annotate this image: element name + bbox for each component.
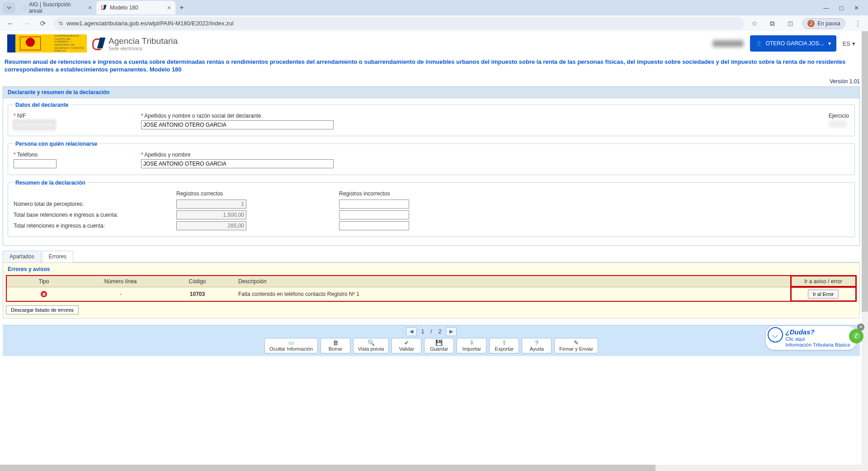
globe-icon: ◌ — [22, 5, 26, 11]
tab-dropdown[interactable] — [3, 2, 15, 13]
page-current: 1 — [420, 328, 426, 335]
export-icon: ⇧ — [502, 340, 507, 346]
footer-toolbar: ◀ 1 / 2 ▶ ▭Ocultar Información 🗑Borrar 🔍… — [3, 325, 860, 356]
page: VICEPRESIDENCIA CUARTA DEL GOBIERNO — MI… — [0, 31, 868, 471]
bookmark-icon[interactable]: ☆ — [748, 18, 760, 29]
col-incorrectos: Registros incorrectos — [339, 190, 411, 198]
nif-label: * NIF — [14, 113, 55, 119]
dudas-sub2: Información Tributaria Básica — [786, 342, 850, 347]
chevron-down-icon — [6, 5, 12, 10]
vertical-scrollbar[interactable] — [862, 31, 868, 471]
window-controls: ― ◻ ✕ — [823, 5, 865, 11]
error-row: ✖ - 10703 Falta contenido en teléfono co… — [6, 287, 856, 301]
fieldset-legend: Persona con quién relacionarse — [14, 141, 99, 147]
browser-tab-inactive[interactable]: ◌ AIG | Suscripción anual × — [17, 1, 96, 14]
horizontal-scrollbar[interactable] — [0, 465, 862, 471]
back-button[interactable]: ← — [5, 18, 16, 29]
th-goto: Ir a aviso / error — [791, 276, 856, 287]
new-tab-button[interactable]: + — [175, 1, 188, 14]
retenciones-incorrectos[interactable] — [339, 221, 409, 230]
kebab-menu-icon[interactable]: ⋮ — [852, 18, 863, 29]
trash-icon: 🗑 — [333, 340, 339, 346]
page-title: Resumen anual de retenciones e ingresos … — [1, 56, 862, 76]
borrar-button[interactable]: 🗑Borrar — [321, 338, 350, 353]
row-retenciones: Total retenciones e ingresos a cuenta: — [14, 223, 176, 229]
ayuda-button[interactable]: ?Ayuda — [522, 338, 552, 353]
phone-icon[interactable]: ✆ — [849, 329, 863, 343]
hide-icon: ▭ — [288, 340, 294, 346]
page-total: 2 — [437, 328, 443, 335]
tab-apartados[interactable]: Apartados — [3, 251, 41, 262]
th-codigo: Código — [160, 276, 235, 287]
fieldset-legend: Datos del declarante — [14, 102, 70, 108]
ocultar-button[interactable]: ▭Ocultar Información — [264, 338, 318, 353]
close-icon[interactable]: × — [88, 4, 92, 11]
exportar-button[interactable]: ⇧Exportar — [489, 338, 519, 353]
goto-error-button[interactable]: Ir al Error — [808, 290, 839, 299]
url-input[interactable]: ⇆ www1.agenciatributaria.gob.es/wlpl/PAI… — [53, 17, 744, 30]
ejercicio-value — [829, 120, 847, 128]
agencia-subtitle: Sede electrónica — [108, 46, 178, 51]
tab-strip: Apartados Errores — [3, 250, 860, 262]
import-icon: ⇩ — [469, 340, 474, 346]
persona-relacion-group: Persona con quién relacionarse * Teléfon… — [8, 141, 855, 175]
browser-tab-active[interactable]: Modelo 180 × — [96, 1, 175, 14]
extensions-icon[interactable]: ⧉ — [766, 18, 778, 29]
language-selector[interactable]: ES ▾ — [843, 40, 855, 47]
site-icon — [101, 5, 107, 11]
persona-name-input[interactable] — [141, 159, 334, 168]
help-icon: ? — [535, 340, 538, 346]
agencia-mark-icon — [91, 37, 105, 50]
profile-pause-badge[interactable]: J En pausa — [802, 18, 845, 29]
user-icon: 👤 — [755, 40, 762, 47]
agencia-logo[interactable]: Agencia Tributaria Sede electrónica — [91, 36, 178, 51]
version-label: Versión 1.01 — [1, 76, 868, 86]
perceptores-correctos — [176, 200, 246, 209]
declarante-name-input[interactable] — [141, 120, 334, 129]
close-icon[interactable]: × — [167, 4, 171, 11]
cell-codigo: 10703 — [160, 287, 235, 301]
user-menu-button[interactable]: 👤 OTERO GARCIA JOS… ▾ — [750, 35, 836, 52]
cell-linea: - — [81, 287, 160, 301]
maximize-icon[interactable]: ◻ — [839, 5, 844, 11]
dudas-sub1: Clic aquí — [786, 336, 805, 342]
page-sep: / — [429, 328, 434, 335]
perceptores-incorrectos[interactable] — [339, 200, 409, 209]
browser-chrome: ◌ AIG | Suscripción anual × Modelo 180 ×… — [0, 0, 868, 31]
pause-label: En pausa — [817, 20, 840, 27]
vista-previa-button[interactable]: 🔍Vista previa — [353, 338, 389, 353]
base-incorrectos[interactable] — [339, 210, 409, 219]
resumen-declaracion-group: Resumen de la declaración Registros corr… — [8, 180, 855, 237]
tab-title: Modelo 180 — [110, 5, 138, 11]
sidepanel-icon[interactable]: ◫ — [784, 18, 796, 29]
site-header: VICEPRESIDENCIA CUARTA DEL GOBIERNO — MI… — [1, 31, 862, 56]
errors-heading: Errores y avisos — [6, 265, 857, 275]
save-icon: 💾 — [435, 340, 443, 346]
row-perceptores: Número total de perceptores: — [14, 201, 176, 207]
tab-errores[interactable]: Errores — [42, 251, 73, 262]
close-icon[interactable]: ✕ — [854, 5, 859, 11]
reload-button[interactable]: ⟳ — [37, 18, 49, 29]
errors-panel: Errores y avisos Tipo Número línea Códig… — [3, 262, 860, 319]
check-icon: ✔ — [404, 340, 409, 346]
th-tipo: Tipo — [6, 276, 81, 287]
prev-page-button[interactable]: ◀ — [406, 327, 417, 336]
next-page-button[interactable]: ▶ — [446, 327, 457, 336]
forward-button[interactable]: → — [21, 18, 33, 29]
download-errors-button[interactable]: Descargar listado de errores — [6, 305, 79, 314]
sign-icon: ✎ — [574, 340, 579, 346]
firmar-enviar-button[interactable]: ✎Firmar y Enviar — [554, 338, 598, 353]
importar-button[interactable]: ⇩Importar — [457, 338, 486, 353]
declarante-name-label: * Apellidos y nombre o razón social del … — [141, 113, 334, 119]
guardar-button[interactable]: 💾Guardar — [424, 338, 454, 353]
telefono-input[interactable] — [14, 159, 57, 168]
tab-title: AIG | Suscripción anual — [29, 1, 85, 14]
validar-button[interactable]: ✔Validar — [392, 338, 421, 353]
site-info-icon[interactable]: ⇆ — [59, 20, 63, 26]
gobierno-logo: VICEPRESIDENCIA CUARTA DEL GOBIERNO — MI… — [7, 34, 87, 52]
nif-input[interactable] — [14, 120, 55, 129]
panel-heading: Declarante y resumen de la declaración — [3, 87, 859, 98]
minimize-icon[interactable]: ― — [823, 5, 829, 11]
dudas-widget[interactable]: ✕ ¿Dudas? Clic aquí Información Tributar… — [766, 326, 856, 350]
fieldset-legend: Resumen de la declaración — [14, 180, 87, 186]
